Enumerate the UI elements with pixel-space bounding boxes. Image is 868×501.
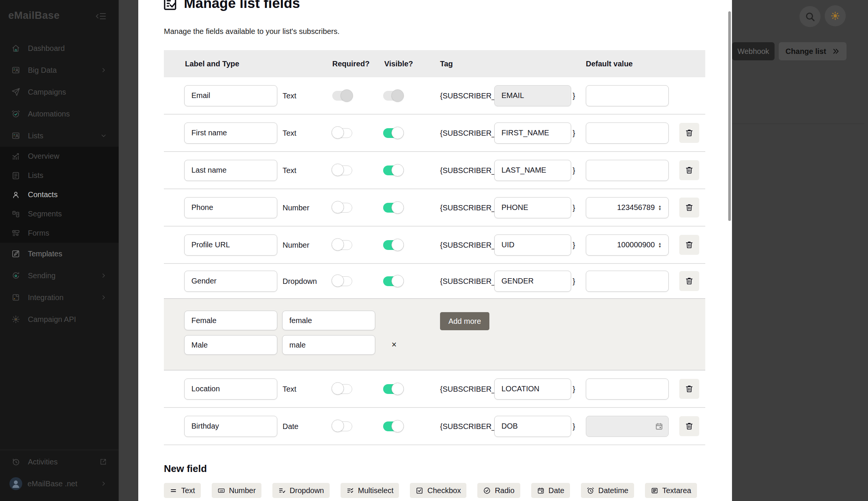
external-link-icon — [99, 458, 107, 466]
required-toggle[interactable] — [332, 165, 352, 175]
visible-toggle[interactable] — [383, 165, 403, 175]
new-field-checkbox-button[interactable]: Checkbox — [410, 483, 466, 498]
required-toggle[interactable] — [332, 240, 352, 250]
field-label-input[interactable] — [184, 416, 277, 437]
visible-toggle[interactable] — [383, 203, 403, 213]
add-more-button[interactable]: Add more — [440, 312, 489, 330]
default-value-input[interactable] — [586, 197, 669, 218]
option-label-input[interactable] — [184, 311, 277, 330]
change-list-button[interactable]: Change list — [779, 42, 847, 60]
new-field-textarea-button[interactable]: Textarea — [645, 483, 697, 498]
list-check-clipboard-icon — [162, 0, 178, 11]
tag-input[interactable] — [494, 234, 571, 256]
tag-prefix: {SUBSCRIBER_ — [440, 385, 496, 393]
sidebar-item-label: Templates — [28, 250, 62, 258]
default-value-input[interactable] — [586, 271, 669, 292]
default-value-input[interactable] — [586, 234, 669, 256]
trash-icon — [685, 203, 694, 212]
required-toggle[interactable] — [332, 421, 352, 431]
sidebar-item-lists[interactable]: Lists — [0, 125, 119, 147]
gear-icon — [11, 315, 20, 324]
sidebar-item-big-data[interactable]: Big Data — [0, 59, 119, 81]
search-button[interactable] — [799, 6, 821, 27]
tag-input[interactable] — [494, 160, 571, 181]
option-value-input[interactable] — [282, 335, 375, 355]
new-field-text-button[interactable]: Text — [164, 483, 201, 498]
field-label-input[interactable] — [184, 197, 277, 218]
required-toggle[interactable] — [332, 128, 352, 138]
theme-toggle-button[interactable] — [825, 5, 846, 26]
delete-field-button[interactable] — [679, 123, 699, 143]
delete-field-button[interactable] — [679, 416, 699, 436]
remove-option-icon[interactable]: × — [388, 340, 400, 350]
tag-input[interactable] — [494, 123, 571, 144]
sidebar-collapse-icon[interactable] — [95, 11, 107, 21]
delete-field-button[interactable] — [679, 160, 699, 180]
option-label-input[interactable] — [184, 335, 277, 355]
sidebar-item-activities[interactable]: Activities — [0, 451, 119, 473]
visible-toggle[interactable] — [383, 240, 403, 250]
tag-input[interactable] — [494, 271, 571, 292]
sidebar-item-forms[interactable]: Forms — [0, 224, 119, 243]
sidebar-item-sending[interactable]: Sending — [0, 265, 119, 287]
sidebar-item-campaign-api[interactable]: Campaign API — [0, 308, 119, 330]
new-field-multiselect-button[interactable]: Multiselect — [341, 483, 399, 498]
sidebar-item-campaigns[interactable]: Campaigns — [0, 81, 119, 103]
sidebar-item-segments[interactable]: Segments — [0, 204, 119, 224]
default-value-input[interactable] — [586, 123, 669, 144]
toggle-knob — [391, 239, 404, 251]
new-field-dropdown-button[interactable]: Dropdown — [272, 483, 330, 498]
number-spinner[interactable]: ▲▼ — [658, 242, 662, 248]
field-label-input[interactable] — [184, 271, 277, 292]
delete-field-button[interactable] — [679, 271, 699, 291]
number-spinner[interactable]: ▲▼ — [658, 205, 662, 211]
default-value-input[interactable] — [586, 85, 669, 106]
default-value-input[interactable] — [586, 378, 669, 400]
tag-prefix: {SUBSCRIBER_ — [440, 129, 496, 137]
sidebar-item-overview[interactable]: Overview — [0, 147, 119, 166]
delete-field-button[interactable] — [679, 235, 699, 255]
sidebar-item-templates[interactable]: Templates — [0, 243, 119, 265]
required-toggle[interactable] — [332, 203, 352, 213]
default-date-input[interactable] — [586, 416, 669, 437]
webhook-button[interactable]: Webhook — [732, 42, 775, 60]
checkbox-icon — [416, 487, 423, 495]
visible-toggle[interactable] — [383, 276, 403, 286]
id-card-icon — [11, 131, 20, 140]
field-label-input[interactable] — [184, 85, 277, 106]
field-label-input[interactable] — [184, 160, 277, 181]
sidebar-item-integration[interactable]: Integration — [0, 287, 119, 308]
delete-field-button[interactable] — [679, 198, 699, 218]
required-toggle[interactable] — [332, 384, 352, 394]
new-field-radio-button[interactable]: Radio — [477, 483, 520, 498]
field-row-location: Text{SUBSCRIBER_} — [164, 371, 705, 408]
tag-input[interactable] — [494, 378, 571, 400]
tag-input[interactable] — [494, 197, 571, 218]
visible-toggle[interactable] — [383, 384, 403, 394]
visible-toggle[interactable] — [383, 421, 403, 431]
visible-toggle[interactable] — [383, 128, 403, 138]
fields-table-header: Label and Type Required? Visible? Tag De… — [164, 50, 705, 77]
required-toggle[interactable] — [332, 276, 352, 286]
field-label-input[interactable] — [184, 378, 277, 400]
new-field-datetime-button[interactable]: Datetime — [581, 483, 634, 498]
field-row-birthday: Date{SUBSCRIBER_} — [164, 408, 705, 445]
field-label-input[interactable] — [184, 234, 277, 256]
option-value-input[interactable] — [282, 311, 375, 330]
modal-scrollbar-thumb[interactable] — [728, 11, 731, 221]
sidebar-item-lists[interactable]: Lists — [0, 166, 119, 185]
sidebar-item-automations[interactable]: Automations — [0, 103, 119, 125]
radio-check-icon — [483, 487, 491, 495]
modal-description: Manage the fields available to your list… — [164, 27, 339, 36]
tag-input[interactable] — [494, 416, 571, 437]
sidebar-item-dashboard[interactable]: Dashboard — [0, 37, 119, 59]
field-label-input[interactable] — [184, 123, 277, 144]
new-field-number-button[interactable]: 123Number — [212, 483, 261, 498]
new-field-date-button[interactable]: Date — [531, 483, 570, 498]
delete-field-button[interactable] — [679, 379, 699, 399]
field-row-profile-url: Number{SUBSCRIBER_}▲▼ — [164, 227, 705, 264]
sidebar-item-contacts[interactable]: Contacts — [0, 185, 119, 204]
trash-icon — [685, 128, 694, 138]
default-value-input[interactable] — [586, 160, 669, 181]
sidebar-item-emailbase-net[interactable]: eMailBase .net — [0, 473, 119, 495]
